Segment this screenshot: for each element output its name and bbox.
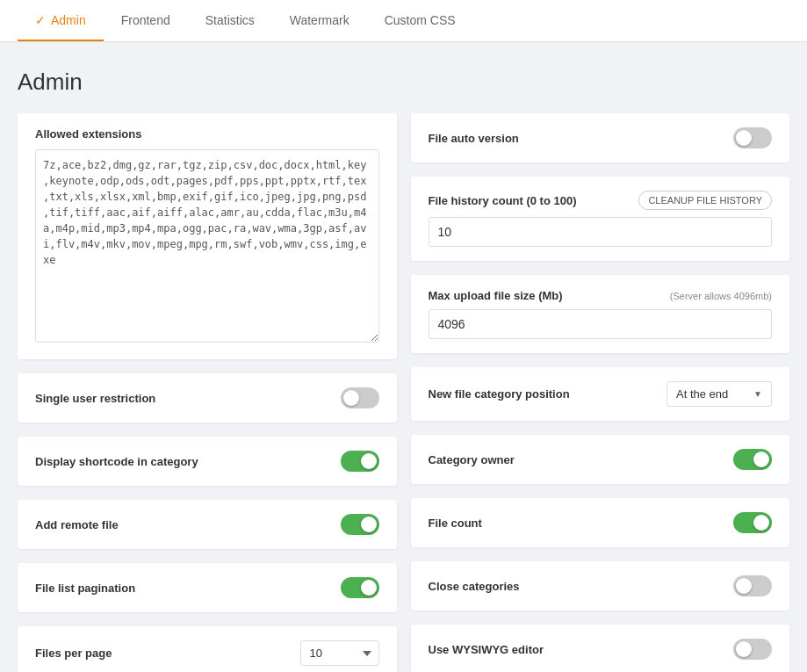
category-owner-card: Category owner bbox=[411, 435, 790, 484]
display-shortcode-toggle[interactable] bbox=[341, 451, 379, 472]
file-count-toggle[interactable] bbox=[733, 512, 772, 533]
max-upload-size-label: Max upload file size (Mb) bbox=[429, 289, 563, 302]
file-auto-version-card: File auto version bbox=[411, 113, 790, 163]
tab-admin[interactable]: ✓ Admin bbox=[18, 1, 104, 41]
settings-grid: Allowed extensions 7z,ace,bz2,dmg,gz,rar… bbox=[18, 113, 789, 672]
new-file-category-position-dropdown[interactable]: At the end ▼ bbox=[666, 381, 772, 407]
server-note: (Server allows 4096mb) bbox=[670, 291, 772, 301]
file-count-card: File count bbox=[411, 498, 790, 547]
cleanup-file-history-button[interactable]: CLEANUP FILE HISTORY bbox=[638, 191, 772, 210]
page-body: Admin Allowed extensions 7z,ace,bz2,dmg,… bbox=[0, 42, 807, 672]
use-wysiwyg-toggle[interactable] bbox=[733, 639, 772, 660]
tab-custom-css-label: Custom CSS bbox=[385, 13, 456, 27]
allowed-extensions-card: Allowed extensions 7z,ace,bz2,dmg,gz,rar… bbox=[18, 113, 397, 359]
file-history-count-card: File history count (0 to 100) CLEANUP FI… bbox=[411, 177, 790, 261]
check-icon: ✓ bbox=[35, 13, 46, 27]
tab-watermark-label: Watermark bbox=[290, 13, 349, 27]
toggle-slider bbox=[733, 127, 772, 148]
add-remote-file-label: Add remote file bbox=[35, 518, 119, 531]
tab-frontend[interactable]: Frontend bbox=[104, 1, 188, 41]
toggle-slider bbox=[733, 639, 772, 660]
chevron-down-icon: ▼ bbox=[753, 389, 762, 399]
toggle-slider bbox=[341, 577, 379, 598]
left-column: Allowed extensions 7z,ace,bz2,dmg,gz,rar… bbox=[18, 113, 397, 672]
file-history-count-label: File history count (0 to 100) bbox=[429, 194, 577, 207]
category-owner-label: Category owner bbox=[429, 453, 515, 466]
allowed-extensions-textarea[interactable]: 7z,ace,bz2,dmg,gz,rar,tgz,zip,csv,doc,do… bbox=[35, 149, 379, 343]
new-file-category-position-card: New file category position At the end ▼ bbox=[411, 367, 790, 421]
toggle-slider bbox=[341, 387, 379, 408]
toggle-slider bbox=[733, 575, 772, 596]
tab-admin-label: Admin bbox=[51, 13, 86, 27]
max-upload-size-card: Max upload file size (Mb) (Server allows… bbox=[411, 275, 790, 353]
tab-statistics[interactable]: Statistics bbox=[188, 1, 272, 41]
top-navigation: ✓ Admin Frontend Statistics Watermark Cu… bbox=[0, 0, 807, 42]
close-categories-label: Close categories bbox=[429, 580, 520, 593]
file-count-label: File count bbox=[429, 517, 482, 530]
add-remote-file-card: Add remote file bbox=[18, 500, 397, 549]
toggle-slider bbox=[341, 514, 379, 535]
files-per-page-label: Files per page bbox=[35, 647, 112, 660]
toggle-slider bbox=[341, 451, 379, 472]
close-categories-card: Close categories bbox=[411, 561, 790, 611]
file-auto-version-label: File auto version bbox=[429, 132, 519, 145]
close-categories-toggle[interactable] bbox=[733, 575, 772, 596]
dropdown-value: At the end bbox=[676, 387, 728, 401]
file-list-pagination-label: File list pagination bbox=[35, 582, 135, 595]
tab-custom-css[interactable]: Custom CSS bbox=[367, 1, 473, 41]
display-shortcode-label: Display shortcode in category bbox=[35, 455, 198, 468]
max-upload-size-input[interactable] bbox=[429, 309, 773, 339]
page-title: Admin bbox=[18, 69, 789, 96]
tab-watermark[interactable]: Watermark bbox=[272, 1, 367, 41]
tab-statistics-label: Statistics bbox=[205, 13, 255, 27]
add-remote-file-toggle[interactable] bbox=[341, 514, 379, 535]
single-user-restriction-label: Single user restriction bbox=[35, 392, 155, 405]
display-shortcode-card: Display shortcode in category bbox=[18, 437, 397, 486]
files-per-page-select[interactable]: 10 20 50 100 bbox=[300, 640, 379, 666]
file-list-pagination-card: File list pagination bbox=[18, 563, 397, 612]
single-user-restriction-card: Single user restriction bbox=[18, 373, 397, 423]
file-history-count-input[interactable] bbox=[429, 217, 773, 247]
file-auto-version-toggle[interactable] bbox=[733, 127, 772, 148]
new-file-category-position-label: New file category position bbox=[429, 387, 570, 401]
files-per-page-card: Files per page 10 20 50 100 bbox=[18, 626, 397, 672]
use-wysiwyg-label: Use WYSIWYG editor bbox=[429, 643, 544, 656]
file-list-pagination-toggle[interactable] bbox=[341, 577, 379, 598]
use-wysiwyg-card: Use WYSIWYG editor bbox=[411, 625, 790, 672]
toggle-slider bbox=[733, 449, 772, 470]
category-owner-toggle[interactable] bbox=[733, 449, 772, 470]
right-column: File auto version File history count (0 … bbox=[411, 113, 790, 672]
single-user-restriction-toggle[interactable] bbox=[341, 387, 379, 408]
tab-frontend-label: Frontend bbox=[121, 13, 170, 27]
toggle-slider bbox=[733, 512, 772, 533]
allowed-extensions-label: Allowed extensions bbox=[35, 127, 379, 141]
